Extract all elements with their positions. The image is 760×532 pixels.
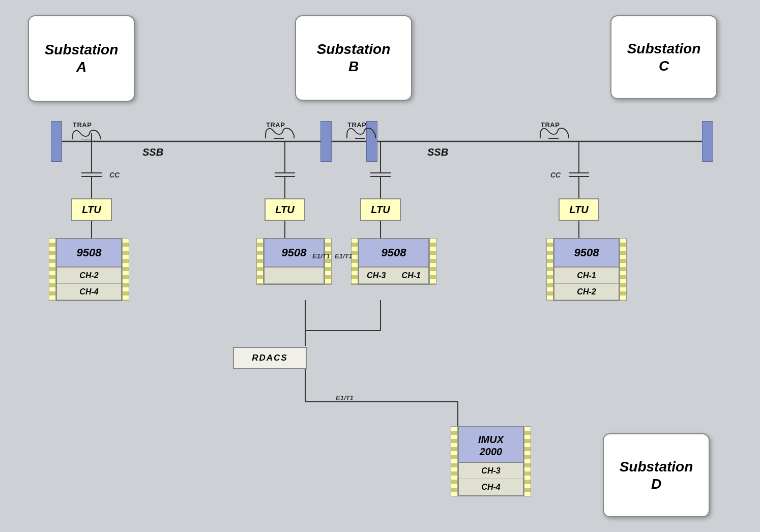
- stripe-right-a: [122, 238, 129, 301]
- trap-label-c: TRAP: [541, 121, 560, 129]
- substation-c-sublabel: C: [659, 57, 669, 75]
- substation-a-box: Substation A: [28, 15, 135, 102]
- ltu-a-label: LTU: [82, 204, 101, 216]
- device-9508-b2-main: 9508: [359, 239, 428, 268]
- diagram-container: { "substations": [ {"id": "A", "label": …: [0, 0, 760, 532]
- substation-d-sublabel: D: [651, 476, 661, 493]
- device-9508-a-ch4: CH-4: [57, 284, 121, 300]
- stripe-left-c: [546, 238, 553, 301]
- trap-label-b2: TRAP: [347, 121, 366, 129]
- ltu-a: LTU: [71, 198, 112, 221]
- rdacs-label: RDACS: [252, 353, 287, 363]
- rdacs-box: RDACS: [233, 347, 307, 369]
- stripe-right-b2: [429, 238, 436, 285]
- device-9508-c-ch2: CH-2: [554, 284, 619, 300]
- device-9508-a-ch2: CH-2: [57, 268, 121, 284]
- device-9508-b1-ch: [265, 268, 324, 284]
- trap-label-b1: TRAP: [266, 121, 285, 129]
- stripe-right-imux: [524, 426, 531, 496]
- cc-label-a: CC: [109, 171, 120, 179]
- device-9508-b1: 9508: [256, 238, 332, 285]
- ltu-b1-label: LTU: [275, 204, 294, 216]
- stripe-left-imux: [451, 426, 458, 496]
- blue-bar-c-right: [702, 121, 713, 162]
- blue-bar-a-left: [51, 121, 62, 162]
- device-9508-a-main: 9508: [57, 239, 121, 268]
- ltu-b1: LTU: [265, 198, 305, 221]
- device-9508-a: 9508 CH-2 CH-4: [49, 238, 129, 301]
- device-9508-c: 9508 CH-1 CH-2: [546, 238, 627, 301]
- stripe-right-b1: [325, 238, 332, 285]
- device-9508-b2-ch3: CH-3: [359, 268, 394, 284]
- device-imux-ch3: CH-3: [459, 463, 523, 479]
- e1t1-label-3: E1/T1: [336, 394, 354, 402]
- device-9508-c-ch1: CH-1: [554, 268, 619, 284]
- ssb-label-1: SSB: [142, 146, 163, 158]
- substation-b-box: Substation B: [295, 15, 412, 101]
- substation-c-box: Substation C: [610, 15, 717, 99]
- ltu-b2-label: LTU: [371, 204, 390, 216]
- substation-d-box: Substation D: [603, 433, 710, 517]
- device-imux-main: IMUX2000: [459, 427, 523, 463]
- substation-b-sublabel: B: [348, 58, 359, 75]
- device-9508-b2: 9508 CH-3 CH-1: [351, 238, 436, 285]
- e1t1-label-2: E1/T1: [335, 252, 353, 260]
- device-9508-c-main: 9508: [554, 239, 619, 268]
- device-imux-2000: IMUX2000 CH-3 CH-4: [451, 426, 531, 496]
- stripe-right-c: [620, 238, 627, 301]
- stripe-left-b2: [351, 238, 358, 285]
- ltu-b2: LTU: [360, 198, 401, 221]
- blue-bar-b-center: [320, 121, 332, 162]
- device-9508-b2-ch1: CH-1: [394, 268, 429, 284]
- substation-a-sublabel: A: [76, 58, 86, 76]
- substation-d-label: Substation: [620, 458, 693, 476]
- substation-a-label: Substation: [45, 41, 119, 58]
- ltu-c: LTU: [559, 198, 599, 221]
- e1t1-label-1: E1/T1: [312, 252, 330, 260]
- trap-label-a: TRAP: [73, 121, 92, 129]
- substation-b-label: Substation: [317, 41, 391, 58]
- stripe-left-a: [49, 238, 56, 301]
- substation-c-label: Substation: [627, 40, 701, 57]
- stripe-left-b1: [256, 238, 264, 285]
- device-imux-ch4: CH-4: [459, 479, 523, 495]
- ltu-c-label: LTU: [569, 204, 588, 216]
- ssb-label-2: SSB: [427, 146, 448, 158]
- cc-label-c: CC: [550, 171, 561, 179]
